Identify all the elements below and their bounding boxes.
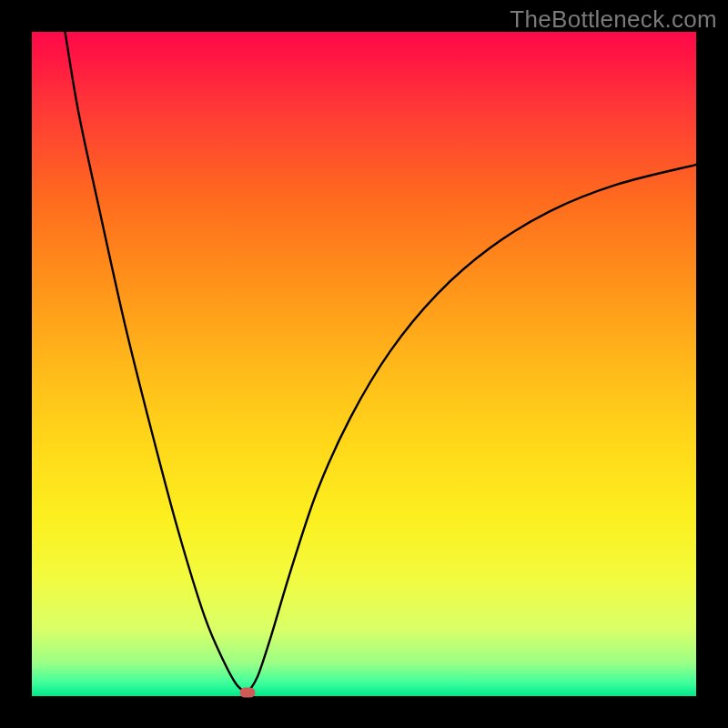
- curve-right-branch: [248, 165, 696, 693]
- curve-svg: [32, 32, 696, 696]
- plot-area: [32, 32, 696, 696]
- bottleneck-marker: [240, 688, 256, 698]
- chart-frame: TheBottleneck.com: [0, 0, 728, 728]
- watermark-text: TheBottleneck.com: [510, 5, 717, 34]
- curve-left-branch: [66, 32, 248, 693]
